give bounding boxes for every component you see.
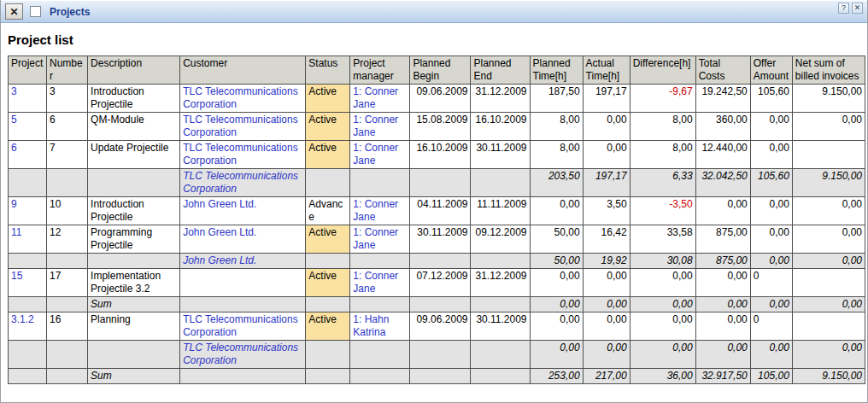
close-window-button[interactable]: ✕ bbox=[852, 3, 863, 14]
cell-customer bbox=[180, 269, 306, 297]
customer-link[interactable]: TLC Telecommunications Corporation bbox=[183, 114, 298, 138]
column-header-begin: Planned Begin bbox=[410, 56, 471, 85]
cell-actual: 217,00 bbox=[583, 369, 630, 384]
cell-begin: 15.08.2009 bbox=[410, 113, 471, 141]
tab-checkbox[interactable] bbox=[30, 6, 41, 17]
cell-net: 9.150,00 bbox=[792, 85, 865, 113]
cell-number: 12 bbox=[47, 225, 88, 254]
project-link[interactable]: 6 bbox=[11, 142, 17, 154]
cell-status: Active bbox=[306, 113, 350, 141]
summary-row: John Green Ltd.50,0019,9230,08875,000,00… bbox=[9, 254, 865, 269]
manager-link[interactable]: 1: Conner Jane bbox=[353, 270, 398, 295]
project-link[interactable]: 15 bbox=[11, 270, 22, 282]
column-header-planned: Planned Time[h] bbox=[530, 56, 583, 85]
cell-difference: 8,00 bbox=[630, 113, 695, 141]
cell-end: 30.11.2009 bbox=[471, 312, 530, 341]
titlebar: ✕ Projects ? ✕ bbox=[1, 0, 867, 23]
customer-link[interactable]: TLC Telecommunications Corporation bbox=[183, 142, 298, 166]
cell-net: 0,00 bbox=[792, 197, 865, 225]
manager-link[interactable]: 1: Hahn Katrina bbox=[353, 313, 389, 338]
cell-actual: 0,00 bbox=[583, 341, 630, 369]
cell-description bbox=[88, 169, 180, 197]
window-title: Projects bbox=[48, 6, 90, 18]
manager-link[interactable]: 1: Conner Jane bbox=[353, 226, 398, 251]
cell-offer: 0,00 bbox=[750, 141, 792, 169]
cell-difference: 8,00 bbox=[630, 141, 695, 169]
project-link[interactable]: 3.1.2 bbox=[11, 313, 34, 325]
cell-end: 16.10.2009 bbox=[471, 113, 530, 141]
cell-manager: 1: Conner Jane bbox=[350, 85, 410, 113]
cell-status bbox=[306, 169, 350, 197]
cell-customer: TLC Telecommunications Corporation bbox=[180, 341, 306, 369]
cell-actual: 0,00 bbox=[583, 312, 630, 341]
customer-link[interactable]: John Green Ltd. bbox=[183, 198, 256, 210]
cell-manager: 1: Conner Jane bbox=[350, 269, 410, 297]
project-link[interactable]: 5 bbox=[11, 114, 17, 126]
cell-offer: 0,00 bbox=[750, 341, 792, 369]
cell-manager: 1: Conner Jane bbox=[350, 225, 410, 254]
cell-status: Active bbox=[306, 269, 350, 297]
cell-status: Advance bbox=[306, 197, 350, 225]
cell-end bbox=[471, 169, 530, 197]
summary-row: TLC Telecommunications Corporation203,50… bbox=[9, 169, 865, 197]
cell-project: 9 bbox=[9, 197, 47, 225]
cell-customer: John Green Ltd. bbox=[180, 225, 306, 254]
cell-actual: 19,92 bbox=[583, 254, 630, 269]
cell-number bbox=[47, 297, 88, 312]
project-link[interactable]: 11 bbox=[11, 226, 21, 238]
cell-customer: TLC Telecommunications Corporation bbox=[180, 113, 306, 141]
manager-link[interactable]: 1: Conner Jane bbox=[353, 198, 398, 223]
cell-description bbox=[88, 341, 180, 369]
cell-manager: 1: Conner Jane bbox=[350, 113, 410, 141]
cell-manager bbox=[350, 254, 410, 269]
cell-actual: 0,00 bbox=[583, 141, 630, 169]
cell-net: 0,00 bbox=[792, 225, 865, 254]
cell-actual: 16,42 bbox=[583, 225, 630, 254]
column-header-description: Description bbox=[88, 56, 180, 85]
cell-offer: 0,00 bbox=[750, 254, 792, 269]
manager-link[interactable]: 1: Conner Jane bbox=[353, 114, 398, 138]
cell-difference: 0,00 bbox=[630, 341, 695, 369]
cell-project: 3 bbox=[9, 85, 47, 113]
summary-row: Sum0,000,000,000,000,000,00 bbox=[9, 297, 865, 312]
customer-link[interactable]: TLC Telecommunications Corporation bbox=[183, 313, 298, 338]
cell-begin: 04.11.2009 bbox=[410, 197, 471, 225]
cell-net bbox=[792, 141, 865, 169]
cell-total: 0,00 bbox=[695, 312, 750, 341]
project-link[interactable]: 9 bbox=[11, 198, 17, 210]
column-header-manager: Project manager bbox=[350, 56, 410, 85]
cell-planned: 187,50 bbox=[530, 85, 583, 113]
cell-offer: 105,00 bbox=[750, 369, 792, 384]
cell-manager: 1: Conner Jane bbox=[350, 141, 410, 169]
cell-status: Active bbox=[306, 312, 350, 341]
cell-manager bbox=[350, 169, 410, 197]
cell-difference: 30,08 bbox=[630, 254, 695, 269]
cell-net bbox=[792, 269, 865, 297]
cell-planned: 0,00 bbox=[530, 297, 583, 312]
cell-number bbox=[47, 341, 88, 369]
cell-status: Active bbox=[306, 85, 350, 113]
cell-customer: John Green Ltd. bbox=[180, 254, 306, 269]
cell-number: 7 bbox=[47, 141, 88, 169]
manager-link[interactable]: 1: Conner Jane bbox=[353, 85, 398, 110]
cell-status bbox=[306, 254, 350, 269]
cell-total: 32.917,50 bbox=[695, 369, 750, 384]
cell-difference: 0,00 bbox=[630, 312, 695, 341]
cell-offer: 0 bbox=[750, 312, 792, 341]
cell-manager: 1: Conner Jane bbox=[350, 197, 410, 225]
help-button[interactable]: ? bbox=[838, 3, 849, 14]
cell-planned: 8,00 bbox=[530, 141, 583, 169]
cell-actual: 0,00 bbox=[583, 269, 630, 297]
manager-link[interactable]: 1: Conner Jane bbox=[353, 142, 398, 166]
cell-actual: 3,50 bbox=[583, 197, 630, 225]
cell-planned: 0,00 bbox=[530, 312, 583, 341]
customer-link[interactable]: TLC Telecommunications Corporation bbox=[183, 85, 298, 110]
customer-link[interactable]: John Green Ltd. bbox=[183, 226, 256, 238]
cell-actual: 197,17 bbox=[583, 169, 630, 197]
close-icon: ✕ bbox=[9, 6, 18, 18]
close-tab-button[interactable]: ✕ bbox=[5, 3, 23, 20]
cell-difference: 6,33 bbox=[630, 169, 695, 197]
cell-number: 3 bbox=[47, 85, 88, 113]
cell-end bbox=[471, 297, 530, 312]
project-link[interactable]: 3 bbox=[11, 85, 17, 97]
